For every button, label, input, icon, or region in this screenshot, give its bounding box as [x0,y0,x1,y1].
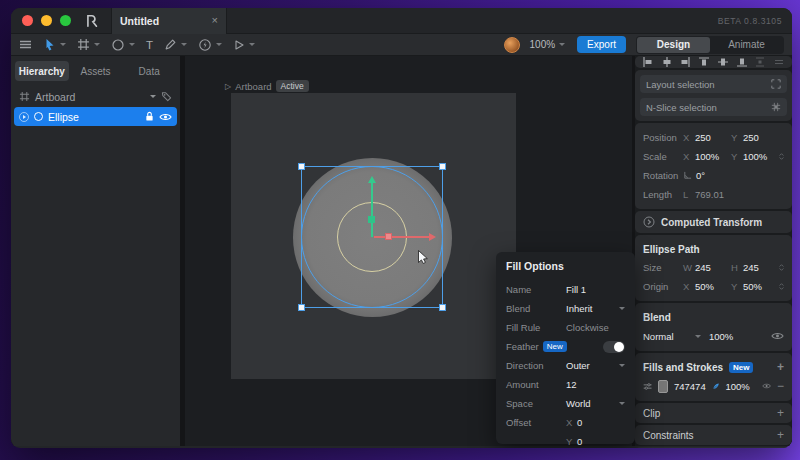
origin-y-field[interactable]: 50% [743,281,779,292]
tab-design[interactable]: Design [637,37,710,53]
select-tool-button[interactable] [43,38,66,51]
blend-label: Blend [506,303,566,314]
fill-hex-field[interactable]: 747474 [674,381,706,392]
eye-icon[interactable] [762,381,771,391]
direction-dropdown[interactable]: Outer [566,360,625,371]
scale-x-field[interactable]: 100% [695,151,731,162]
artboard-header[interactable]: ▷ Artboard Active [225,80,309,92]
blend-opacity-field[interactable]: 100% [709,331,733,342]
gizmo-y-handle[interactable] [368,216,375,223]
eye-icon[interactable] [159,112,172,122]
height-field[interactable]: 245 [743,262,779,273]
fill-options-popup: Fill Options Name Fill 1 Blend Inherit F… [496,252,635,444]
draw-order-row[interactable]: Draw Order + [635,447,792,448]
tab-animate[interactable]: Animate [710,37,783,53]
stepper-icon[interactable] [779,262,784,273]
add-fill-icon[interactable]: + [777,360,784,374]
select-tool-caret-icon[interactable] [60,43,66,46]
nslice-selection-button[interactable]: N-Slice selection [640,98,787,116]
offset-label: Offset [506,417,566,428]
gizmo-x-axis [374,236,429,238]
play-tool-caret-icon[interactable] [249,43,255,46]
resize-handle-topleft[interactable] [298,163,305,170]
left-sidebar: Hierarchy Assets Data Artboard Ellipse [11,56,180,446]
origin-x-field[interactable]: 50% [695,281,731,292]
user-avatar[interactable] [504,37,520,53]
play-tool-button[interactable] [233,39,255,51]
events-tool-button[interactable] [198,38,222,52]
resize-handle-topright[interactable] [439,163,446,170]
feather-icon[interactable] [712,381,720,392]
shapes-tool-button[interactable] [111,38,135,52]
align-left-icon[interactable] [642,56,654,68]
document-tab[interactable]: Untitled × [111,8,227,34]
tab-data[interactable]: Data [122,61,176,81]
zoom-level-control[interactable]: 100% [530,39,566,50]
remove-fill-icon[interactable]: − [777,379,784,393]
clip-row[interactable]: Clip + [635,403,792,423]
pen-tool-button[interactable] [164,38,187,51]
export-button[interactable]: Export [577,36,626,53]
resize-handle-bottomright[interactable] [439,304,446,311]
space-dropdown[interactable]: World [566,398,625,409]
align-center-horizontal-icon[interactable] [661,56,673,68]
close-tab-icon[interactable]: × [212,15,218,26]
stepper-icon[interactable] [779,281,784,292]
minimize-window-button[interactable] [41,15,52,26]
resize-handle-bottomleft[interactable] [298,304,305,311]
position-y-field[interactable]: 250 [743,132,779,143]
gizmo-x-handle[interactable] [385,233,392,240]
lock-icon[interactable] [145,111,154,122]
offset-y-field[interactable]: 0 [577,436,582,447]
stepper-icon[interactable] [779,151,784,162]
fill-name-field[interactable]: Fill 1 [566,284,625,295]
tab-assets[interactable]: Assets [69,61,123,81]
tab-hierarchy[interactable]: Hierarchy [15,61,69,81]
tree-item-artboard[interactable]: Artboard [14,87,177,106]
collapse-caret-icon[interactable] [150,95,156,98]
distribute-vertical-icon[interactable] [754,56,766,68]
pen-tool-caret-icon[interactable] [181,43,187,46]
distribute-horizontal-icon[interactable] [773,56,785,68]
close-window-button[interactable] [22,15,33,26]
fill-settings-icon[interactable] [643,381,652,392]
constraints-row[interactable]: Constraints + [635,425,792,445]
add-constraint-icon[interactable]: + [777,428,784,442]
zoom-window-button[interactable] [60,15,71,26]
computed-transform-row[interactable]: Computed Transform [635,211,792,233]
ellipse-shape-icon [34,112,43,121]
align-right-icon[interactable] [679,56,691,68]
artboard-tool-button[interactable] [77,38,100,51]
fill-opacity-field[interactable]: 100% [725,381,749,392]
offset-x-field[interactable]: 0 [577,417,582,428]
fill-row[interactable]: 747474 100% − [635,376,792,396]
fill-color-swatch[interactable] [658,380,668,393]
align-bottom-icon[interactable] [736,56,748,68]
shapes-tool-caret-icon[interactable] [129,43,135,46]
computed-transform-section: Computed Transform [635,211,792,233]
artboard-tool-caret-icon[interactable] [94,43,100,46]
expand-caret-icon[interactable] [19,112,29,122]
ellipse-path-section: Ellipse Path Size W 245 H 245 Origin X 5… [635,235,792,301]
artboard-caret-icon[interactable]: ▷ [225,82,231,91]
tree-item-ellipse[interactable]: Ellipse [14,107,177,126]
rotation-field[interactable]: 0° [696,170,732,181]
amount-field[interactable]: 12 [566,379,625,390]
feather-toggle[interactable] [603,341,625,353]
eye-icon[interactable] [771,331,784,341]
tag-icon[interactable] [161,91,172,102]
blend-mode-dropdown[interactable]: Normal [643,331,695,342]
align-center-vertical-icon[interactable] [717,56,729,68]
scale-y-field[interactable]: 100% [743,151,779,162]
events-tool-caret-icon[interactable] [216,43,222,46]
select-arrow-icon [43,38,56,51]
text-tool-button[interactable]: T [146,39,153,51]
width-field[interactable]: 245 [695,262,731,273]
align-top-icon[interactable] [698,56,710,68]
blend-dropdown[interactable]: Inherit [566,303,625,314]
position-x-field[interactable]: 250 [695,132,731,143]
layout-selection-button[interactable]: Layout selection [640,75,787,93]
add-clip-icon[interactable]: + [777,406,784,420]
main-menu-button[interactable] [19,39,32,50]
selection-mode-section: Layout selection N-Slice selection [635,70,792,121]
